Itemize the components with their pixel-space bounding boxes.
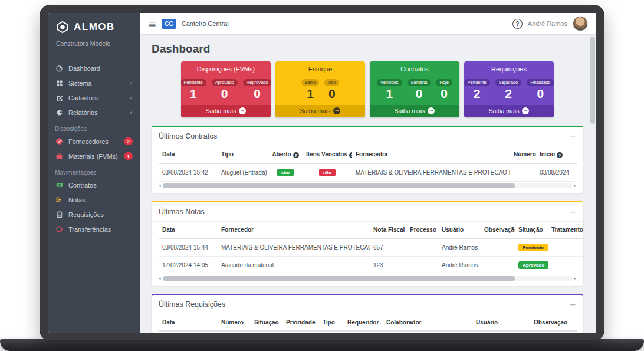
scroll-right-icon[interactable]: ▸: [574, 184, 576, 188]
cell-nota-fiscal: 657: [370, 238, 406, 257]
scrollbar-thumb[interactable]: [590, 37, 595, 124]
cell-processo: [406, 238, 438, 257]
cell-data: 03/08/2024 15:42: [159, 163, 218, 182]
chevron-left-icon: ‹: [130, 79, 133, 87]
stat-value: 0: [408, 87, 431, 101]
money-icon: [55, 181, 64, 189]
chevron-left-icon: ‹: [130, 94, 133, 101]
device-frame: ALMOB Construtora Modelo Dashboard: [40, 5, 604, 341]
sidebar-item-sistema[interactable]: Sistema ‹: [48, 76, 140, 90]
sidebar-item-dashboard[interactable]: Dashboard: [48, 61, 140, 76]
help-icon[interactable]: ?: [512, 19, 523, 29]
edit-icon: [55, 94, 64, 101]
table-row[interactable]: 17/02/2024 14:05 Atacado da material 123…: [159, 257, 583, 274]
count-badge: 1: [124, 152, 133, 160]
table-row[interactable]: 03/08/2024 15:42 Aluguel (Entrada) sim n…: [159, 163, 577, 182]
sidebar: ALMOB Construtora Modelo Dashboard: [48, 13, 140, 333]
cell-situacao: Pendente: [515, 238, 548, 257]
stat-pill: Aprovado: [212, 79, 238, 86]
table-header-row: Data Fornecedor Nota Fiscal Processo Usu…: [159, 222, 583, 238]
scrollbar-track[interactable]: [163, 276, 573, 281]
card-title: Contratos: [373, 65, 456, 73]
app-screen: ALMOB Construtora Modelo Dashboard: [48, 13, 596, 333]
cell-aberto: sim: [268, 163, 303, 182]
sidebar-item-relatorios[interactable]: Relatórios ‹: [48, 105, 140, 120]
count-badge: 2: [124, 137, 133, 145]
stat-value: 1: [181, 87, 206, 101]
content-area: Dashboard Disposições (FVMs) Pendente 1 …: [140, 34, 596, 333]
chevron-left-icon: ‹: [130, 109, 133, 116]
sidebar-item-label: Requisições: [68, 211, 133, 218]
sidebar-item-requisicoes[interactable]: Requisições: [48, 207, 140, 222]
supplier-check-icon: [55, 137, 64, 145]
notas-table: Data Fornecedor Nota Fiscal Processo Usu…: [159, 222, 583, 274]
status-badge: não: [319, 169, 336, 176]
sidebar-item-cadastros[interactable]: Cadastros ‹: [48, 90, 140, 105]
horizontal-scrollbar[interactable]: ◂ ▸: [159, 274, 576, 284]
site-name[interactable]: Canteiro Central: [182, 20, 229, 27]
sidebar-item-contratos[interactable]: Contratos: [48, 178, 140, 192]
panel-title: Últimas Notas: [159, 208, 205, 216]
card-title: Estoque: [278, 65, 362, 73]
help-icon[interactable]: ?: [293, 152, 299, 158]
sidebar-item-fornecedores[interactable]: Fornecedores 2: [48, 134, 140, 149]
saiba-mais-link[interactable]: Saiba mais →: [275, 105, 365, 117]
column-header: Itens Vencidos?: [303, 146, 352, 164]
sidebar-item-materiais[interactable]: Materiais (FVMs) 1: [48, 149, 140, 163]
column-header: Número: [510, 146, 536, 164]
site-badge[interactable]: CC: [162, 19, 176, 29]
sidebar-item-transferencias[interactable]: Transferências: [48, 222, 140, 237]
grid-icon: [55, 80, 64, 87]
user-name[interactable]: André Ramos: [528, 20, 567, 27]
stat-value: 1: [301, 87, 320, 101]
stat-value: 1: [377, 87, 402, 101]
sidebar-item-label: Relatórios: [68, 109, 125, 116]
saiba-mais-label: Saiba mais: [300, 107, 331, 114]
scrollbar-thumb[interactable]: [163, 183, 515, 188]
column-header: Data: [159, 222, 218, 238]
cell-numero: [510, 163, 536, 182]
panel-ultimos-contratos: Últimos Contratos −: [152, 126, 583, 193]
table-row[interactable]: 03/08/2024 15:44 MATERIAIS & OLIVEIRA FE…: [159, 238, 583, 257]
scroll-left-icon[interactable]: ◂: [159, 184, 161, 188]
hamburger-menu-icon[interactable]: ≡: [148, 18, 156, 29]
collapse-icon[interactable]: −: [570, 301, 576, 309]
user-avatar[interactable]: [573, 16, 588, 31]
stat-value: 0: [243, 87, 271, 101]
saiba-mais-label: Saiba mais: [206, 107, 236, 114]
cell-tipo: Aluguel (Entrada): [218, 163, 268, 182]
cell-observacao: [481, 238, 515, 257]
panel-ultimas-requisicoes: Últimas Requisições −: [152, 294, 583, 333]
sidebar-item-label: Transferências: [68, 226, 133, 233]
collapse-icon[interactable]: −: [570, 208, 576, 216]
status-badge: sim: [277, 169, 294, 176]
sidebar-item-label: Materiais (FVMs): [68, 153, 119, 160]
app-logo[interactable]: ALMOB: [48, 13, 140, 37]
arrow-right-icon: →: [333, 107, 340, 114]
scroll-right-icon[interactable]: ▸: [574, 277, 576, 281]
saiba-mais-link[interactable]: Saiba mais →: [370, 105, 459, 117]
stat-pill: Vencidos: [377, 79, 402, 86]
scroll-left-icon[interactable]: ◂: [159, 277, 161, 281]
scrollbar-track[interactable]: [163, 183, 573, 188]
help-icon[interactable]: ?: [557, 152, 563, 158]
vertical-scrollbar[interactable]: [590, 35, 595, 332]
saiba-mais-label: Saiba mais: [395, 107, 425, 114]
saiba-mais-link[interactable]: Saiba mais →: [181, 105, 271, 117]
pie-chart-icon: [55, 109, 64, 116]
column-header: Processo: [406, 222, 438, 238]
table-header-row: Data Tipo Aberto? Itens Vencidos? Fornec…: [159, 146, 577, 164]
column-header: Tipo: [319, 314, 344, 331]
stat-card-contratos: Contratos Vencidos 1 Semana 0 Hoje 0: [370, 61, 459, 117]
status-badge: Pendente: [518, 244, 548, 251]
collapse-icon[interactable]: −: [570, 132, 576, 140]
saiba-mais-link[interactable]: Saiba mais →: [464, 105, 554, 117]
scrollbar-thumb[interactable]: [163, 276, 515, 281]
card-title: Disposições (FVMs): [184, 65, 268, 73]
stat-value: 0: [212, 87, 238, 101]
sidebar-item-notas[interactable]: Notas: [48, 192, 140, 207]
saiba-mais-label: Saiba mais: [489, 107, 520, 114]
horizontal-scrollbar[interactable]: ◂ ▸: [159, 182, 576, 192]
sidebar-nav: Dashboard Sistema ‹ Cadastros: [48, 55, 140, 237]
help-icon[interactable]: ?: [349, 152, 352, 158]
